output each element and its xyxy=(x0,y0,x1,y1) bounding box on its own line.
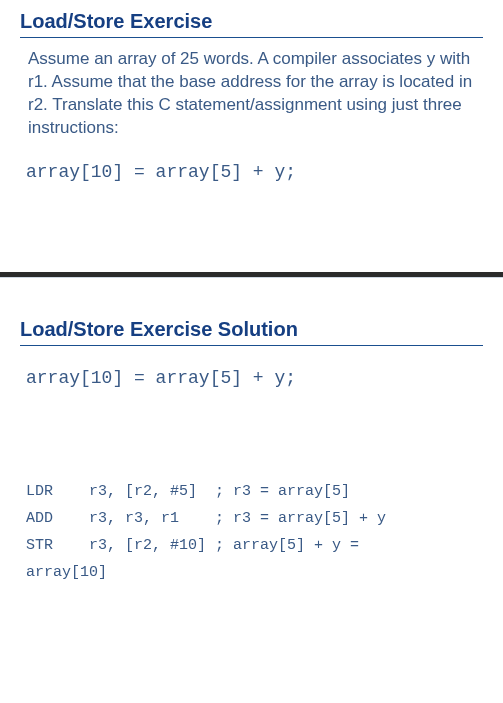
asm-line-str: STR r3, [r2, #10] ; array[5] + y = xyxy=(26,532,483,559)
exercise-description: Assume an array of 25 words. A compiler … xyxy=(28,48,483,140)
asm-line-ldr: LDR r3, [r2, #5] ; r3 = array[5] xyxy=(26,478,483,505)
slide-title: Load/Store Exercise xyxy=(20,10,483,38)
slide-exercise: Load/Store Exercise Assume an array of 2… xyxy=(0,0,503,272)
c-statement-code: array[10] = array[5] + y; xyxy=(26,162,483,182)
slide-solution: Load/Store Exercise Solution array[10] =… xyxy=(0,278,503,601)
slide-title: Load/Store Exercise Solution xyxy=(20,318,483,346)
assembly-listing: LDR r3, [r2, #5] ; r3 = array[5] ADD r3,… xyxy=(26,478,483,586)
asm-line-continuation: array[10] xyxy=(26,559,483,586)
asm-line-add: ADD r3, r3, r1 ; r3 = array[5] + y xyxy=(26,505,483,532)
c-statement-code: array[10] = array[5] + y; xyxy=(26,368,483,388)
